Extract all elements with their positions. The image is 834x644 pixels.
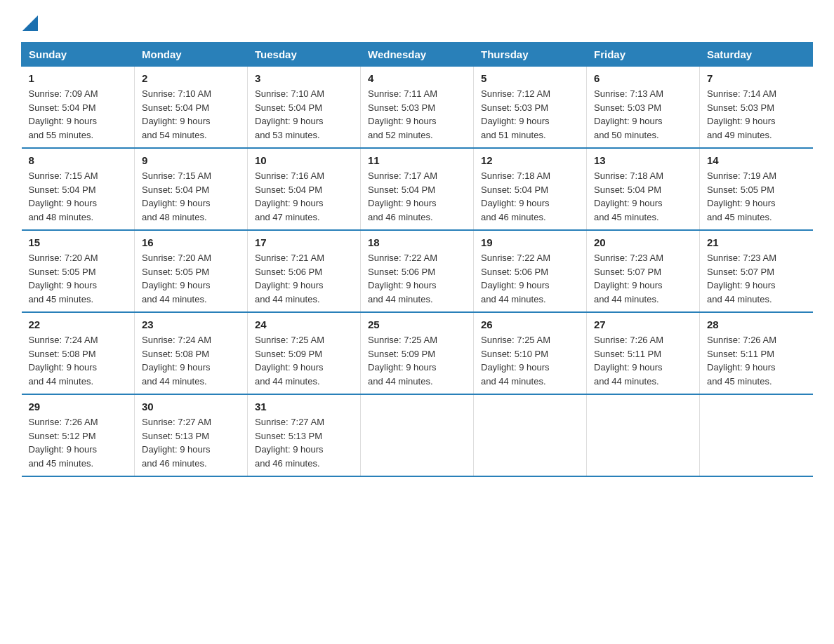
header-tuesday: Tuesday [248,43,361,67]
day-info: Sunrise: 7:09 AM Sunset: 5:04 PM Dayligh… [29,87,128,142]
header-sunday: Sunday [22,43,135,67]
day-number: 20 [594,236,692,248]
calendar-cell: 5 Sunrise: 7:12 AM Sunset: 5:03 PM Dayli… [474,67,587,149]
day-info: Sunrise: 7:26 AM Sunset: 5:11 PM Dayligh… [707,333,806,388]
day-number: 29 [29,401,128,412]
day-number: 27 [594,318,692,330]
calendar-cell [700,394,813,476]
day-number: 7 [707,72,806,84]
day-info: Sunrise: 7:21 AM Sunset: 5:06 PM Dayligh… [255,251,353,306]
day-info: Sunrise: 7:17 AM Sunset: 5:04 PM Dayligh… [368,169,466,224]
header-thursday: Thursday [474,43,587,67]
calendar-cell: 4 Sunrise: 7:11 AM Sunset: 5:03 PM Dayli… [361,67,474,149]
day-number: 26 [481,318,579,330]
calendar-cell: 11 Sunrise: 7:17 AM Sunset: 5:04 PM Dayl… [361,148,474,230]
day-info: Sunrise: 7:26 AM Sunset: 5:12 PM Dayligh… [29,415,128,470]
day-number: 31 [255,401,353,412]
calendar-cell: 1 Sunrise: 7:09 AM Sunset: 5:04 PM Dayli… [22,67,135,149]
week-row-5: 29 Sunrise: 7:26 AM Sunset: 5:12 PM Dayl… [22,394,813,476]
header-saturday: Saturday [700,43,813,67]
day-number: 19 [481,236,579,248]
logo [21,14,38,31]
day-number: 1 [29,72,128,84]
day-number: 24 [255,318,353,330]
day-info: Sunrise: 7:14 AM Sunset: 5:03 PM Dayligh… [707,87,806,142]
day-number: 11 [368,154,466,166]
calendar-cell: 14 Sunrise: 7:19 AM Sunset: 5:05 PM Dayl… [700,148,813,230]
calendar-cell: 19 Sunrise: 7:22 AM Sunset: 5:06 PM Dayl… [474,230,587,312]
calendar-cell: 28 Sunrise: 7:26 AM Sunset: 5:11 PM Dayl… [700,312,813,394]
week-row-3: 15 Sunrise: 7:20 AM Sunset: 5:05 PM Dayl… [22,230,813,312]
week-row-4: 22 Sunrise: 7:24 AM Sunset: 5:08 PM Dayl… [22,312,813,394]
calendar-cell: 20 Sunrise: 7:23 AM Sunset: 5:07 PM Dayl… [587,230,700,312]
calendar-cell: 15 Sunrise: 7:20 AM Sunset: 5:05 PM Dayl… [22,230,135,312]
day-info: Sunrise: 7:19 AM Sunset: 5:05 PM Dayligh… [707,169,806,224]
day-info: Sunrise: 7:12 AM Sunset: 5:03 PM Dayligh… [481,87,579,142]
day-info: Sunrise: 7:25 AM Sunset: 5:10 PM Dayligh… [481,333,579,388]
day-info: Sunrise: 7:20 AM Sunset: 5:05 PM Dayligh… [29,251,128,306]
calendar-header-row: SundayMondayTuesdayWednesdayThursdayFrid… [22,43,813,67]
day-info: Sunrise: 7:18 AM Sunset: 5:04 PM Dayligh… [594,169,692,224]
day-number: 4 [368,72,466,84]
calendar-cell: 31 Sunrise: 7:27 AM Sunset: 5:13 PM Dayl… [248,394,361,476]
header-wednesday: Wednesday [361,43,474,67]
day-info: Sunrise: 7:10 AM Sunset: 5:04 PM Dayligh… [142,87,240,142]
calendar-cell: 22 Sunrise: 7:24 AM Sunset: 5:08 PM Dayl… [22,312,135,394]
calendar-cell: 7 Sunrise: 7:14 AM Sunset: 5:03 PM Dayli… [700,67,813,149]
day-info: Sunrise: 7:11 AM Sunset: 5:03 PM Dayligh… [368,87,466,142]
day-number: 18 [368,236,466,248]
day-info: Sunrise: 7:20 AM Sunset: 5:05 PM Dayligh… [142,251,240,306]
day-info: Sunrise: 7:24 AM Sunset: 5:08 PM Dayligh… [29,333,128,388]
day-info: Sunrise: 7:23 AM Sunset: 5:07 PM Dayligh… [594,251,692,306]
day-number: 13 [594,154,692,166]
day-number: 15 [29,236,128,248]
page-header [21,14,813,31]
day-number: 14 [707,154,806,166]
calendar-cell: 30 Sunrise: 7:27 AM Sunset: 5:13 PM Dayl… [135,394,248,476]
day-info: Sunrise: 7:23 AM Sunset: 5:07 PM Dayligh… [707,251,806,306]
day-number: 12 [481,154,579,166]
day-number: 17 [255,236,353,248]
calendar-cell: 2 Sunrise: 7:10 AM Sunset: 5:04 PM Dayli… [135,67,248,149]
day-number: 28 [707,318,806,330]
calendar-cell: 27 Sunrise: 7:26 AM Sunset: 5:11 PM Dayl… [587,312,700,394]
day-number: 10 [255,154,353,166]
day-info: Sunrise: 7:15 AM Sunset: 5:04 PM Dayligh… [142,169,240,224]
day-number: 16 [142,236,240,248]
header-friday: Friday [587,43,700,67]
calendar-cell: 29 Sunrise: 7:26 AM Sunset: 5:12 PM Dayl… [22,394,135,476]
calendar-cell: 10 Sunrise: 7:16 AM Sunset: 5:04 PM Dayl… [248,148,361,230]
calendar-cell: 17 Sunrise: 7:21 AM Sunset: 5:06 PM Dayl… [248,230,361,312]
day-number: 30 [142,401,240,412]
day-info: Sunrise: 7:25 AM Sunset: 5:09 PM Dayligh… [255,333,353,388]
calendar-cell: 25 Sunrise: 7:25 AM Sunset: 5:09 PM Dayl… [361,312,474,394]
svg-marker-0 [22,15,38,31]
day-info: Sunrise: 7:25 AM Sunset: 5:09 PM Dayligh… [368,333,466,388]
calendar-table: SundayMondayTuesdayWednesdayThursdayFrid… [21,42,813,477]
calendar-cell: 16 Sunrise: 7:20 AM Sunset: 5:05 PM Dayl… [135,230,248,312]
calendar-cell: 12 Sunrise: 7:18 AM Sunset: 5:04 PM Dayl… [474,148,587,230]
day-number: 22 [29,318,128,330]
day-number: 6 [594,72,692,84]
day-info: Sunrise: 7:22 AM Sunset: 5:06 PM Dayligh… [368,251,466,306]
day-info: Sunrise: 7:18 AM Sunset: 5:04 PM Dayligh… [481,169,579,224]
calendar-cell: 9 Sunrise: 7:15 AM Sunset: 5:04 PM Dayli… [135,148,248,230]
calendar-cell [587,394,700,476]
week-row-1: 1 Sunrise: 7:09 AM Sunset: 5:04 PM Dayli… [22,67,813,149]
calendar-cell: 21 Sunrise: 7:23 AM Sunset: 5:07 PM Dayl… [700,230,813,312]
calendar-cell [474,394,587,476]
day-info: Sunrise: 7:15 AM Sunset: 5:04 PM Dayligh… [29,169,128,224]
calendar-cell: 26 Sunrise: 7:25 AM Sunset: 5:10 PM Dayl… [474,312,587,394]
day-info: Sunrise: 7:24 AM Sunset: 5:08 PM Dayligh… [142,333,240,388]
day-number: 3 [255,72,353,84]
day-number: 2 [142,72,240,84]
calendar-cell: 23 Sunrise: 7:24 AM Sunset: 5:08 PM Dayl… [135,312,248,394]
calendar-cell [361,394,474,476]
calendar-cell: 6 Sunrise: 7:13 AM Sunset: 5:03 PM Dayli… [587,67,700,149]
day-info: Sunrise: 7:10 AM Sunset: 5:04 PM Dayligh… [255,87,353,142]
day-number: 25 [368,318,466,330]
calendar-cell: 3 Sunrise: 7:10 AM Sunset: 5:04 PM Dayli… [248,67,361,149]
header-monday: Monday [135,43,248,67]
calendar-cell: 24 Sunrise: 7:25 AM Sunset: 5:09 PM Dayl… [248,312,361,394]
day-info: Sunrise: 7:27 AM Sunset: 5:13 PM Dayligh… [142,415,240,470]
